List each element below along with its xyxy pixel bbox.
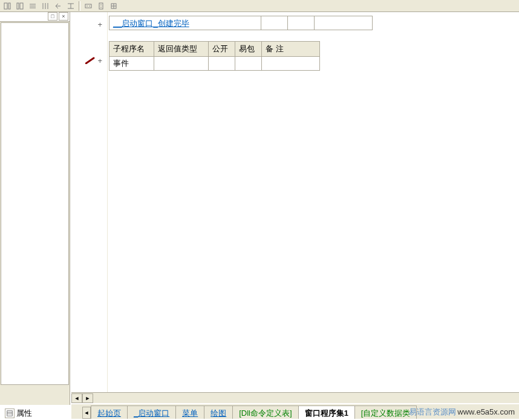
scroll-right-button[interactable]: ►	[82, 393, 93, 403]
horizontal-scrollbar: ◄ ►	[71, 392, 519, 403]
declaration-cell-4[interactable]	[315, 16, 373, 30]
properties-label: 属性	[16, 408, 32, 419]
left-panel-header: □ ×	[0, 12, 70, 22]
watermark-url: www.e5a5x.com	[457, 407, 515, 416]
tab-custom-datatypes[interactable]: [自定义数据类	[354, 405, 417, 419]
scroll-left-button[interactable]: ◄	[71, 393, 82, 403]
toolbar-separator	[79, 1, 80, 11]
toolbar-btn-5[interactable]	[52, 1, 64, 11]
gutter: + +	[71, 12, 108, 403]
toolbar-btn-7[interactable]	[82, 1, 94, 11]
cell-package[interactable]	[235, 57, 262, 71]
svg-rect-22	[7, 411, 13, 416]
dock-button[interactable]: □	[48, 12, 57, 21]
properties-icon	[5, 409, 15, 418]
toolbar-btn-3[interactable]	[27, 1, 39, 11]
header-remark: 备 注	[262, 42, 320, 57]
cell-remark[interactable]	[262, 57, 320, 71]
declaration-cell-3[interactable]	[288, 16, 315, 30]
expand-icon-1[interactable]: +	[97, 20, 102, 29]
svg-rect-1	[8, 3, 10, 9]
subroutine-name-input[interactable]	[113, 59, 150, 68]
top-toolbar	[0, 0, 519, 12]
left-panel: □ ×	[0, 12, 70, 405]
toolbar-btn-1[interactable]	[1, 1, 13, 11]
tab-nav-left[interactable]: ◄	[82, 407, 91, 419]
table-row	[109, 57, 320, 71]
watermark-text: 易语言资源网	[409, 407, 456, 418]
toolbar-btn-4[interactable]	[39, 1, 51, 11]
close-button[interactable]: ×	[59, 12, 68, 21]
main-area: + + __启动窗口_创建完毕 子程序名 返回值类型 公开 易包 备 注	[71, 12, 519, 403]
tab-startup-window[interactable]: _启动窗口	[127, 405, 176, 419]
declaration-cell-2[interactable]	[261, 16, 288, 30]
table-header-row: 子程序名 返回值类型 公开 易包 备 注	[109, 42, 320, 57]
cell-public[interactable]	[209, 57, 235, 71]
properties-bar[interactable]: 属性	[5, 408, 32, 419]
declaration-row: __启动窗口_创建完毕	[109, 16, 513, 30]
tab-draw[interactable]: 绘图	[204, 405, 233, 419]
subroutine-table: 子程序名 返回值类型 公开 易包 备 注	[109, 41, 320, 71]
header-package: 易包	[235, 42, 262, 57]
cell-subroutine-name[interactable]	[109, 57, 154, 71]
declaration-name-cell[interactable]: __启动窗口_创建完毕	[109, 16, 261, 30]
svg-rect-0	[4, 3, 7, 9]
toolbar-btn-2[interactable]	[14, 1, 26, 11]
tab-menu[interactable]: 菜单	[175, 405, 204, 419]
left-panel-body[interactable]	[1, 22, 69, 385]
svg-rect-2	[17, 3, 19, 9]
toolbar-btn-6[interactable]	[65, 1, 77, 11]
header-return-type: 返回值类型	[154, 42, 209, 57]
expand-icon-2[interactable]: +	[97, 56, 102, 65]
pencil-icon	[85, 57, 95, 64]
toolbar-btn-8[interactable]	[95, 1, 107, 11]
toolbar-btn-9[interactable]	[108, 1, 120, 11]
header-subroutine-name: 子程序名	[109, 42, 154, 57]
tab-window-assembly-1[interactable]: 窗口程序集1	[298, 405, 355, 419]
tab-dll-commands[interactable]: [Dll命令定义表]	[232, 405, 298, 419]
content-area: __启动窗口_创建完毕 子程序名 返回值类型 公开 易包 备 注	[109, 16, 513, 71]
tab-start-page[interactable]: 起始页	[91, 405, 128, 419]
svg-rect-13	[85, 4, 91, 8]
watermark: 易语言资源网 www.e5a5x.com	[409, 407, 515, 418]
svg-rect-16	[99, 3, 103, 9]
svg-rect-3	[20, 3, 23, 9]
header-public: 公开	[209, 42, 235, 57]
cell-return-type[interactable]	[154, 57, 209, 71]
